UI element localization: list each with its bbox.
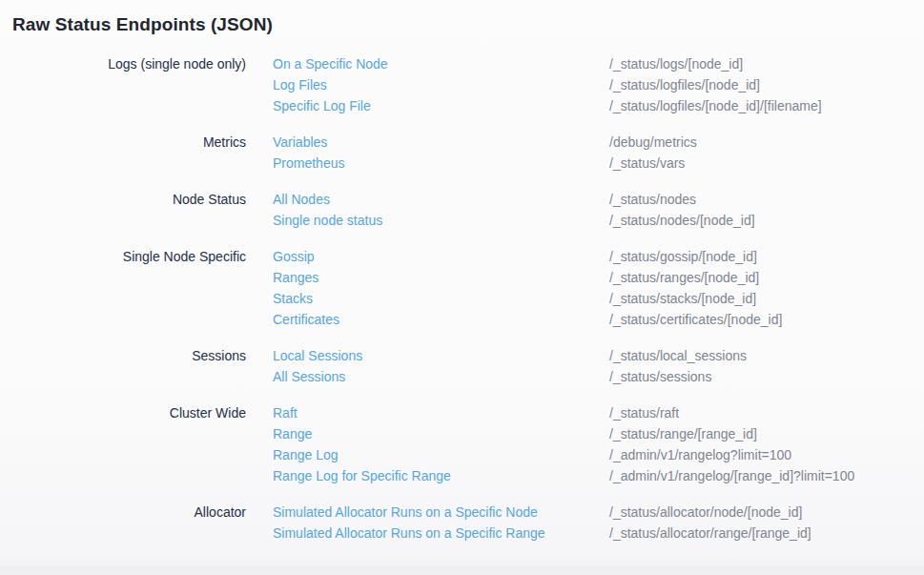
endpoint-link[interactable]: Variables [273,132,609,153]
endpoint-path: /_status/certificates/[node_id] [609,309,782,330]
links-column: GossipRangesStacksCertificates [273,246,609,330]
endpoint-section: Sessions Local SessionsAll Sessions /_st… [12,345,924,387]
links-column: All NodesSingle node status [273,189,609,231]
endpoint-link[interactable]: On a Specific Node [273,53,609,74]
endpoint-section: Logs (single node only) On a Specific No… [12,53,924,116]
endpoint-link[interactable]: Certificates [273,309,609,330]
links-column: VariablesPrometheus [273,132,609,174]
endpoint-path: /_status/gossip/[node_id] [609,246,782,267]
endpoint-path: /_status/logfiles/[node_id]/[filename] [609,95,822,116]
endpoint-path: /_status/nodes [609,189,755,210]
paths-column: /_status/allocator/node/[node_id]/_statu… [609,502,811,544]
section-category-label: Sessions [12,345,246,366]
endpoint-path: /_status/allocator/node/[node_id] [609,502,811,523]
endpoint-link[interactable]: Specific Log File [273,95,609,116]
endpoint-path: /_admin/v1/rangelog?limit=100 [609,444,854,465]
links-column: On a Specific NodeLog FilesSpecific Log … [273,53,609,116]
section-category-label: Single Node Specific [12,246,246,267]
endpoint-link[interactable]: All Nodes [273,189,609,210]
paths-column: /_status/logs/[node_id]/_status/logfiles… [609,53,822,116]
endpoint-path: /debug/metrics [609,132,697,153]
endpoint-link[interactable]: Stacks [273,288,609,309]
endpoint-link[interactable]: Range Log for Specific Range [273,465,609,486]
endpoint-link[interactable]: Local Sessions [273,345,609,366]
endpoint-path: /_status/vars [609,153,697,174]
endpoint-link[interactable]: Range Log [273,444,609,465]
section-category-label: Cluster Wide [12,402,246,423]
paths-column: /_status/raft/_status/range/[range_id]/_… [609,402,854,486]
endpoint-link[interactable]: Raft [273,402,609,423]
endpoint-path: /_status/range/[range_id] [609,423,854,444]
endpoint-section: Cluster Wide RaftRangeRange LogRange Log… [12,402,924,486]
paths-column: /debug/metrics/_status/vars [609,132,697,174]
endpoint-link[interactable]: All Sessions [273,366,609,387]
endpoint-path: /_status/raft [609,402,854,423]
endpoint-section: Node Status All NodesSingle node status … [12,189,924,231]
endpoint-link[interactable]: Range [273,423,609,444]
endpoint-path: /_status/logs/[node_id] [609,53,822,74]
page-title: Raw Status Endpoints (JSON) [12,12,924,37]
section-category-label: Allocator [12,502,246,523]
endpoint-path: /_status/logfiles/[node_id] [609,74,822,95]
paths-column: /_status/nodes/_status/nodes/[node_id] [609,189,755,231]
endpoint-link[interactable]: Single node status [273,210,609,231]
endpoint-link[interactable]: Log Files [273,74,609,95]
endpoint-link[interactable]: Simulated Allocator Runs on a Specific R… [273,523,609,544]
section-category-label: Logs (single node only) [12,53,246,74]
endpoint-sections: Logs (single node only) On a Specific No… [12,53,924,544]
paths-column: /_status/local_sessions/_status/sessions [609,345,747,387]
endpoint-section: Single Node Specific GossipRangesStacksC… [12,246,924,330]
endpoint-link[interactable]: Gossip [273,246,609,267]
page-bottom-edge [0,565,924,575]
endpoint-path: /_status/allocator/range/[range_id] [609,523,811,544]
section-category-label: Metrics [12,132,246,153]
endpoint-path: /_status/local_sessions [609,345,747,366]
endpoint-path: /_admin/v1/rangelog/[range_id]?limit=100 [609,465,854,486]
endpoint-link[interactable]: Ranges [273,267,609,288]
endpoint-section: Metrics VariablesPrometheus /debug/metri… [12,132,924,174]
endpoint-path: /_status/sessions [609,366,747,387]
links-column: Simulated Allocator Runs on a Specific N… [273,502,609,544]
links-column: Local SessionsAll Sessions [273,345,609,387]
endpoint-path: /_status/nodes/[node_id] [609,210,755,231]
debug-endpoints-page: Raw Status Endpoints (JSON) Logs (single… [0,0,924,544]
endpoint-path: /_status/stacks/[node_id] [609,288,782,309]
section-category-label: Node Status [12,189,246,210]
paths-column: /_status/gossip/[node_id]/_status/ranges… [609,246,782,330]
endpoint-path: /_status/ranges/[node_id] [609,267,782,288]
links-column: RaftRangeRange LogRange Log for Specific… [273,402,609,486]
endpoint-link[interactable]: Simulated Allocator Runs on a Specific N… [273,502,609,523]
endpoint-link[interactable]: Prometheus [273,153,609,174]
endpoint-section: Allocator Simulated Allocator Runs on a … [12,502,924,544]
